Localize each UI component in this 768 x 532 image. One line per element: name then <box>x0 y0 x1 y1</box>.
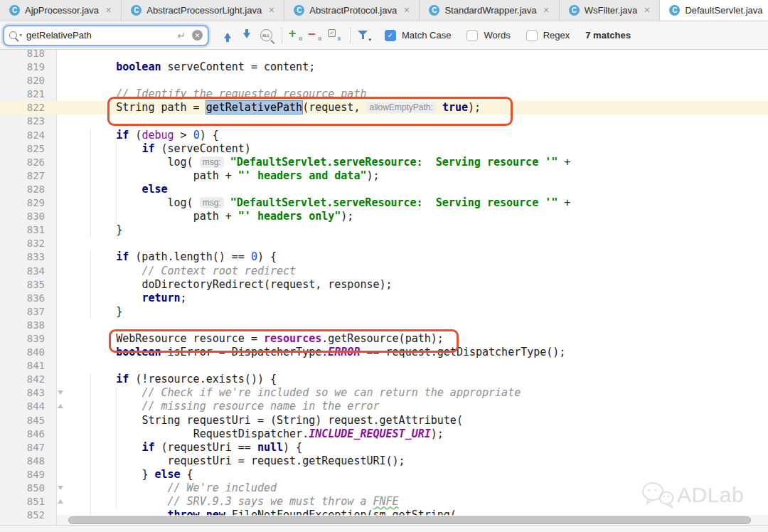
find-toggle-words[interactable]: Words <box>466 30 510 41</box>
code-line[interactable]: 824 if (debug > 0) { <box>0 129 768 142</box>
tab-close-icon[interactable]: ✕ <box>644 6 650 15</box>
line-number[interactable]: 841 <box>0 359 57 373</box>
code-line[interactable]: 829 log( msg: "DefaultServlet.serveResou… <box>0 196 768 210</box>
code-line[interactable]: 842 if (!resource.exists()) { <box>0 373 768 386</box>
clear-search-button[interactable]: ✕ <box>192 30 203 41</box>
code-line[interactable]: 818 <box>0 50 768 60</box>
line-number[interactable]: 846 <box>0 427 57 441</box>
line-number[interactable]: 835 <box>0 278 57 292</box>
code-line[interactable]: 836 return; <box>0 292 768 305</box>
editor-tab[interactable]: CDefaultServlet.java✕ <box>660 0 768 21</box>
line-number[interactable]: 848 <box>0 454 57 468</box>
line-number[interactable]: 838 <box>0 319 57 332</box>
select-all-occurrences-button[interactable]: ✓II <box>326 27 343 44</box>
line-number[interactable]: 827 <box>0 169 57 183</box>
line-number[interactable]: 837 <box>0 305 57 319</box>
code-editor[interactable]: 818819 boolean serveContent = content;82… <box>0 50 768 532</box>
code-line[interactable]: 847 if (requestUri == null) { <box>0 441 768 454</box>
tab-close-icon[interactable]: ✕ <box>543 6 550 15</box>
line-number[interactable]: 826 <box>0 156 57 169</box>
editor-tab[interactable]: CAbstractProcessorLight.java✕ <box>122 0 284 21</box>
line-number[interactable]: 831 <box>0 223 57 237</box>
fold-marker-icon[interactable] <box>58 486 63 490</box>
search-history-chevron-icon[interactable]: ▾ <box>19 32 22 38</box>
code-line[interactable]: 837 } <box>0 305 768 319</box>
code-line[interactable]: 833 if (path.length() == 0) { <box>0 250 768 264</box>
code-line[interactable]: 830 path + "' headers only"); <box>0 210 768 223</box>
fold-marker-icon[interactable] <box>58 390 63 395</box>
code-line[interactable]: 832 <box>0 237 768 250</box>
line-number[interactable]: 836 <box>0 292 57 305</box>
line-number[interactable]: 829 <box>0 196 57 210</box>
find-next-button[interactable] <box>238 27 255 44</box>
code-line[interactable]: 826 log( msg: "DefaultServlet.serveResou… <box>0 156 768 169</box>
filter-results-button[interactable]: ▾ <box>356 27 373 44</box>
code-line[interactable]: 844 // missing resource name in the erro… <box>0 400 768 413</box>
code-line[interactable]: 849 } else { <box>0 468 768 482</box>
line-number[interactable]: 845 <box>0 414 57 427</box>
line-number[interactable]: 830 <box>0 210 57 223</box>
code-line[interactable]: 845 String requestUri = (String) request… <box>0 414 768 427</box>
line-number[interactable]: 847 <box>0 441 57 454</box>
line-number[interactable]: 823 <box>0 115 57 128</box>
line-number[interactable]: 840 <box>0 346 57 359</box>
code-line[interactable]: 848 requestUri = request.getRequestURI()… <box>0 454 768 468</box>
code-line[interactable]: 840 boolean isError = DispatcherType.ERR… <box>0 346 768 359</box>
code-line[interactable]: 835 doDirectoryRedirect(request, respons… <box>0 278 768 292</box>
code-line[interactable]: 819 boolean serveContent = content; <box>0 60 768 74</box>
code-line[interactable]: 820 <box>0 74 768 87</box>
tab-close-icon[interactable]: ✕ <box>403 6 410 15</box>
line-number[interactable]: 821 <box>0 87 57 101</box>
code-line[interactable]: 828 else <box>0 183 768 196</box>
editor-tab[interactable]: CAbstractProtocol.java✕ <box>284 0 420 21</box>
line-number[interactable]: 833 <box>0 250 57 264</box>
line-number[interactable]: 819 <box>0 60 57 74</box>
horizontal-scrollbar-thumb[interactable] <box>68 516 751 524</box>
code-line[interactable]: 823 <box>0 115 768 128</box>
find-previous-button[interactable] <box>219 27 236 44</box>
line-number[interactable]: 818 <box>0 50 57 60</box>
line-number[interactable]: 832 <box>0 237 57 250</box>
add-occurrence-button[interactable]: +II <box>287 27 304 44</box>
search-input[interactable] <box>26 30 177 41</box>
line-number[interactable]: 834 <box>0 265 57 278</box>
code-line[interactable]: 825 if (serveContent) <box>0 142 768 156</box>
line-number[interactable]: 842 <box>0 373 57 386</box>
line-number[interactable]: 850 <box>0 482 57 495</box>
line-number[interactable]: 839 <box>0 332 57 346</box>
line-number[interactable]: 820 <box>0 74 57 87</box>
search-field[interactable]: ▾ ↵ ✕ <box>4 26 208 45</box>
code-line[interactable]: 831 } <box>0 223 768 237</box>
code-line[interactable]: 821 // Identify the requested resource p… <box>0 87 768 101</box>
checkbox-icon[interactable]: ✓ <box>385 30 396 41</box>
editor-tab[interactable]: CAjpProcessor.java✕ <box>0 0 122 21</box>
code-line[interactable]: 839 WebResource resource = resources.get… <box>0 332 768 346</box>
line-number[interactable]: 828 <box>0 183 57 196</box>
line-number[interactable]: 824 <box>0 129 57 142</box>
code-line[interactable]: 851 // SRV.9.3 says we must throw a FNFE <box>0 495 768 509</box>
line-number[interactable]: 825 <box>0 142 57 156</box>
search-icon[interactable] <box>9 31 17 39</box>
code-line[interactable]: 822 String path = getRelativePath(reques… <box>0 101 768 115</box>
line-number[interactable]: 852 <box>0 509 57 522</box>
code-line[interactable]: 850 // We're included <box>0 482 768 495</box>
tab-close-icon[interactable]: ✕ <box>268 6 274 15</box>
editor-tab[interactable]: CWsFilter.java✕ <box>560 0 661 21</box>
editor-tab[interactable]: CStandardWrapper.java✕ <box>420 0 559 21</box>
line-number[interactable]: 843 <box>0 386 57 400</box>
line-number[interactable]: 851 <box>0 495 57 509</box>
line-number[interactable]: 844 <box>0 400 57 413</box>
remove-occurrence-button[interactable]: −II <box>306 27 324 44</box>
fold-marker-icon[interactable] <box>58 404 63 408</box>
find-toggle-regex[interactable]: Regex <box>526 30 570 41</box>
code-line[interactable]: 841 <box>0 359 768 373</box>
checkbox-icon[interactable] <box>526 30 538 41</box>
code-line[interactable]: 846 RequestDispatcher.INCLUDE_REQUEST_UR… <box>0 427 768 441</box>
code-line[interactable]: 834 // Context root redirect <box>0 265 768 278</box>
tab-close-icon[interactable]: ✕ <box>105 6 112 15</box>
find-toggle-match-case[interactable]: ✓Match Case <box>385 30 451 41</box>
code-line[interactable]: 827 path + "' headers and data"); <box>0 169 768 183</box>
fold-marker-icon[interactable] <box>58 499 63 504</box>
find-all-button[interactable]: ALL <box>257 27 274 44</box>
line-number[interactable]: 822 <box>0 101 57 115</box>
